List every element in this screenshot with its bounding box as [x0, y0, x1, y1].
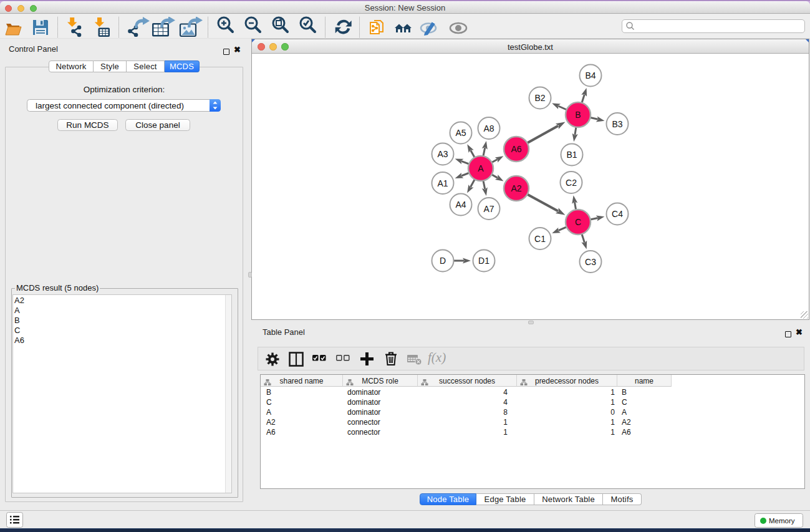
svg-text:A1: A1 — [437, 178, 448, 188]
svg-text:D1: D1 — [478, 256, 489, 266]
svg-text:B4: B4 — [585, 70, 595, 80]
svg-text:D: D — [440, 256, 446, 266]
svg-text:B2: B2 — [534, 93, 545, 103]
svg-text:C4: C4 — [612, 209, 623, 219]
svg-text:A8: A8 — [483, 123, 494, 133]
svg-text:A6: A6 — [511, 144, 521, 154]
svg-text:C3: C3 — [585, 257, 596, 267]
svg-text:C: C — [575, 217, 581, 227]
svg-text:C2: C2 — [566, 178, 577, 188]
svg-text:C1: C1 — [534, 234, 546, 244]
svg-text:B1: B1 — [566, 150, 577, 160]
svg-text:A3: A3 — [437, 149, 448, 159]
svg-text:A: A — [478, 163, 484, 173]
svg-text:B3: B3 — [612, 119, 622, 129]
svg-text:A5: A5 — [455, 128, 466, 138]
svg-text:A4: A4 — [455, 200, 466, 210]
svg-text:A7: A7 — [483, 204, 494, 214]
svg-text:B: B — [575, 110, 581, 120]
svg-text:A2: A2 — [511, 183, 521, 193]
